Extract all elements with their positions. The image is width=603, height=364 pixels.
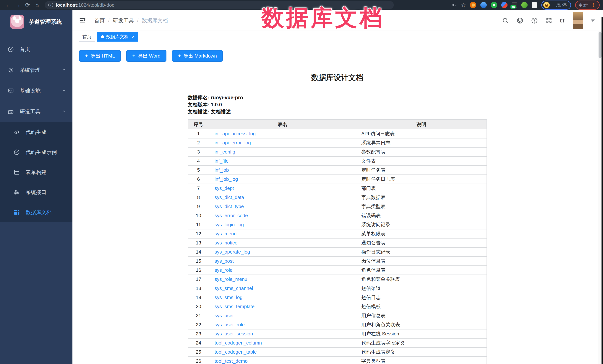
table-description: 定时任务表	[356, 165, 487, 175]
page-content: +导出 HTML +导出 Word +导出 Markdown 数据库设计文档 数…	[72, 43, 603, 364]
row-number: 22	[188, 320, 209, 329]
sidebar-item-codegen-demo[interactable]: 代码生成示例	[0, 142, 72, 162]
table-row: 11 sys_login_log 系统访问记录	[188, 220, 487, 229]
sidebar-item-devtools[interactable]: 研发工具	[0, 101, 72, 122]
home-icon[interactable]: ⌂	[32, 0, 42, 10]
back-icon[interactable]: ←	[3, 0, 13, 10]
close-icon[interactable]: ×	[132, 34, 135, 39]
browser-update-button[interactable]: 更新 ⋮	[575, 0, 600, 10]
forward-icon[interactable]: →	[13, 0, 23, 10]
extension-puzzle-icon[interactable]	[532, 2, 537, 8]
sidebar-item-infra[interactable]: 基础设施	[0, 81, 72, 101]
table-name-link[interactable]: sys_notice	[215, 240, 237, 246]
row-number: 23	[188, 329, 209, 338]
watermark-caption: 数据库文档	[262, 3, 384, 33]
table-description: 短信渠道	[356, 284, 487, 293]
reload-icon[interactable]: ⟳	[23, 0, 32, 10]
avatar-caret-icon[interactable]	[591, 20, 595, 22]
font-size-icon[interactable]: tT	[560, 17, 566, 24]
tag-home[interactable]: 首页	[79, 32, 95, 42]
table-name-link[interactable]: sys_user_role	[215, 322, 245, 327]
extension-orange-icon[interactable]	[470, 2, 476, 8]
window-scrollbar-thumb[interactable]	[599, 32, 602, 58]
table-name-link[interactable]: sys_role	[215, 267, 232, 273]
table-row: 23 sys_user_session 用户在线 Session	[188, 329, 487, 338]
kebab-menu-icon[interactable]: ⋮	[591, 2, 596, 8]
extension-green-check-icon[interactable]: ✓	[491, 2, 497, 8]
tag-db-doc[interactable]: 数据库文档 ×	[97, 32, 138, 42]
help-icon[interactable]	[531, 17, 538, 24]
fullscreen-icon[interactable]	[545, 17, 553, 24]
table-name-link[interactable]: sys_error_code	[215, 213, 248, 218]
table-name-link[interactable]: tool_test_demo	[215, 358, 248, 364]
breadcrumb-home[interactable]: 首页	[94, 17, 105, 24]
table-name-link[interactable]: tool_codegen_column	[215, 340, 262, 346]
row-number: 10	[188, 211, 209, 220]
table-name-link[interactable]: sys_login_log	[215, 222, 244, 227]
table-description: 短信日志	[356, 293, 487, 302]
emoji-face-icon	[543, 2, 550, 8]
table-name-link[interactable]: inf_file	[215, 158, 229, 164]
table-row: 13 sys_notice 通知公告表	[188, 238, 487, 247]
sidebar-item-home[interactable]: 首页	[0, 39, 72, 60]
table-name-link[interactable]: inf_api_error_log	[215, 140, 251, 145]
export-html-button[interactable]: +导出 HTML	[79, 50, 121, 62]
row-number: 9	[188, 202, 209, 211]
extension-multicolor-icon[interactable]	[501, 2, 508, 8]
sidebar-item-label: 代码生成示例	[26, 149, 57, 156]
breadcrumb-devtools[interactable]: 研发工具	[113, 17, 134, 24]
col-header-name: 表名	[209, 120, 356, 129]
table-name-link[interactable]: sys_sms_template	[215, 304, 255, 309]
table-name-link[interactable]: sys_role_menu	[215, 276, 247, 282]
table-description: 岗位信息表	[356, 256, 487, 266]
gear-icon	[7, 67, 14, 74]
table-name-link[interactable]: sys_operate_log	[215, 249, 250, 255]
table-name-link[interactable]: sys_user	[215, 313, 234, 318]
export-word-button[interactable]: +导出 Word	[126, 50, 166, 62]
table-name-link[interactable]: inf_api_access_log	[215, 131, 256, 136]
key-icon[interactable]	[451, 2, 457, 8]
sidebar-collapse-icon[interactable]	[79, 17, 86, 25]
table-name-link[interactable]: sys_dept	[215, 186, 234, 191]
table-name-link[interactable]: inf_job_log	[215, 176, 238, 182]
sidebar-item-system[interactable]: 系统管理	[0, 60, 72, 81]
row-number: 3	[188, 147, 209, 156]
table-name-link[interactable]: sys_dict_type	[215, 204, 244, 209]
sidebar: 芋道管理系统 首页 系统管理 基础设施	[0, 11, 72, 364]
extension-blue-icon[interactable]	[480, 2, 487, 8]
app-logo-row[interactable]: 芋道管理系统	[0, 11, 72, 33]
user-avatar[interactable]	[573, 12, 583, 29]
table-name-link[interactable]: sys_sms_log	[215, 295, 243, 300]
navbar-actions: tT	[502, 12, 595, 29]
bookmark-star-icon[interactable]: ☆	[461, 2, 466, 8]
table-description: 系统异常日志	[356, 138, 487, 147]
extension-leaf-icon[interactable]	[521, 2, 528, 8]
table-description: 定时任务日志表	[356, 175, 487, 184]
table-description: API 访问日志表	[356, 129, 487, 138]
sidebar-item-label: 基础设施	[20, 88, 40, 94]
table-name-link[interactable]: sys_dict_data	[215, 195, 244, 200]
sidebar-item-form-builder[interactable]: 表单构建	[0, 162, 72, 182]
table-row: 12 sys_menu 菜单权限表	[188, 229, 487, 238]
on-badge: on	[510, 5, 516, 9]
table-name-link[interactable]: tool_codegen_table	[215, 349, 257, 355]
table-row: 18 sys_sms_channel 短信渠道	[188, 284, 487, 293]
table-name-link[interactable]: sys_post	[215, 258, 234, 264]
github-icon[interactable]	[516, 17, 523, 24]
table-name-link[interactable]: sys_sms_channel	[215, 286, 253, 291]
paused-extension-badge[interactable]: 已暂停	[541, 0, 571, 10]
table-row: 14 sys_operate_log 操作日志记录	[188, 247, 487, 256]
site-info-icon[interactable]: i	[48, 3, 53, 7]
search-icon[interactable]	[502, 17, 509, 24]
export-markdown-button[interactable]: +导出 Markdown	[172, 50, 223, 62]
table-name-link[interactable]: inf_job	[215, 167, 229, 173]
table-name-link[interactable]: sys_user_session	[215, 331, 253, 337]
table-name-link[interactable]: sys_menu	[215, 231, 237, 236]
extension-dark-icon[interactable]: on	[512, 2, 517, 8]
sidebar-item-db-doc[interactable]: 数据库文档	[0, 202, 72, 222]
sidebar-item-api[interactable]: 系统接口	[0, 182, 72, 202]
window-scrollbar-track[interactable]	[599, 31, 602, 364]
sidebar-item-codegen[interactable]: 代码生成	[0, 122, 72, 142]
table-name-link[interactable]: inf_config	[215, 149, 235, 155]
table-row: 20 sys_sms_template 短信模板	[188, 302, 487, 311]
